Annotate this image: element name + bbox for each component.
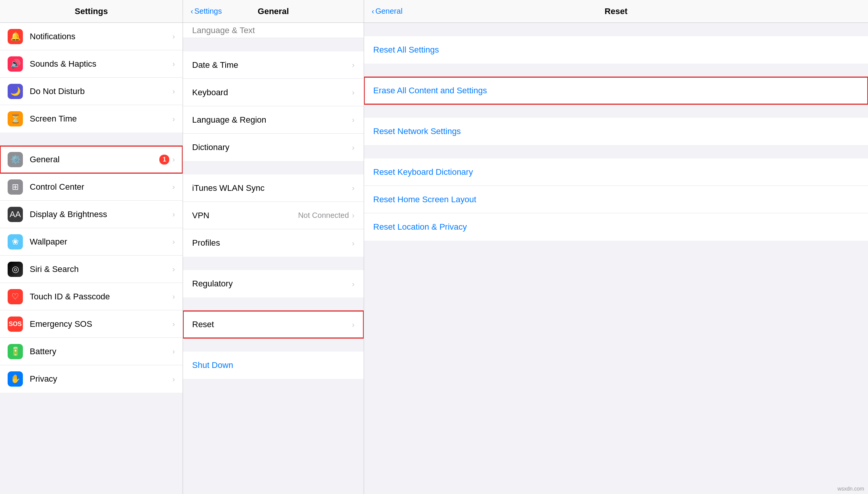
- erase-all-label: Erase All Content and Settings: [373, 86, 487, 96]
- sounds-icon: 🔊: [8, 56, 23, 72]
- settings-row-do-not-disturb[interactable]: 🌙Do Not Disturb›: [0, 78, 183, 105]
- privacy-icon: ✋: [8, 371, 23, 387]
- settings-header: Settings: [0, 0, 183, 23]
- reset-row-reset-keyboard[interactable]: Reset Keyboard Dictionary: [364, 158, 868, 186]
- general-row-language-region[interactable]: Language & Region›: [183, 106, 364, 134]
- notifications-label: Notifications: [30, 32, 172, 42]
- partial-item: Language & Text: [183, 23, 364, 38]
- chevron-right-icon: ›: [172, 59, 175, 68]
- reset-row-reset-network[interactable]: Reset Network Settings: [364, 118, 868, 145]
- general-row-keyboard[interactable]: Keyboard›: [183, 79, 364, 106]
- regulatory-label: Regulatory: [192, 279, 352, 289]
- reset-title: Reset: [605, 6, 627, 16]
- chevron-right-icon: ›: [172, 155, 175, 164]
- reset-row-reset-home-screen[interactable]: Reset Home Screen Layout: [364, 186, 868, 213]
- reset-keyboard-label: Reset Keyboard Dictionary: [373, 167, 473, 177]
- shut-down-label: Shut Down: [192, 360, 233, 370]
- reset-all-settings-label: Reset All Settings: [373, 45, 439, 55]
- reset-location-privacy-label: Reset Location & Privacy: [373, 222, 467, 232]
- touch-id-icon: ♡: [8, 289, 23, 304]
- settings-row-emergency-sos[interactable]: SOSEmergency SOS›: [0, 310, 183, 338]
- chevron-right-icon: ›: [172, 115, 175, 123]
- watermark: wsxdn.com: [838, 486, 864, 492]
- settings-column: Settings 🔔Notifications›🔊Sounds & Haptic…: [0, 0, 183, 494]
- chevron-right-icon: ›: [172, 375, 175, 384]
- general-row-itunes-sync[interactable]: iTunes WLAN Sync›: [183, 174, 364, 202]
- chevron-right-icon: ›: [172, 292, 175, 301]
- chevron-right-icon: ›: [352, 211, 355, 220]
- settings-row-siri-search[interactable]: ◎Siri & Search›: [0, 256, 183, 283]
- do-not-disturb-icon: 🌙: [8, 84, 23, 99]
- chevron-right-icon: ›: [172, 32, 175, 41]
- settings-back-button[interactable]: ‹ Settings: [191, 7, 222, 16]
- chevron-right-icon: ›: [172, 320, 175, 328]
- chevron-right-icon: ›: [352, 143, 355, 152]
- notifications-icon: 🔔: [8, 29, 23, 44]
- vpn-label: VPN: [192, 211, 298, 221]
- control-center-icon: ⊞: [8, 179, 23, 195]
- settings-row-touch-id[interactable]: ♡Touch ID & Passcode›: [0, 283, 183, 310]
- keyboard-label: Keyboard: [192, 88, 352, 98]
- general-back-button[interactable]: ‹ General: [372, 7, 403, 16]
- general-row-date-time[interactable]: Date & Time›: [183, 51, 364, 79]
- chevron-right-icon: ›: [172, 182, 175, 191]
- settings-row-sounds[interactable]: 🔊Sounds & Haptics›: [0, 50, 183, 78]
- privacy-label: Privacy: [30, 374, 172, 384]
- general-row-reset[interactable]: Reset›: [183, 311, 364, 338]
- language-region-label: Language & Region: [192, 115, 352, 125]
- date-time-label: Date & Time: [192, 60, 352, 70]
- settings-row-battery[interactable]: 🔋Battery›: [0, 338, 183, 365]
- siri-search-icon: ◎: [8, 262, 23, 277]
- settings-list: 🔔Notifications›🔊Sounds & Haptics›🌙Do Not…: [0, 23, 183, 494]
- display-brightness-icon: AA: [8, 207, 23, 222]
- reset-label: Reset: [192, 320, 352, 329]
- screen-time-icon: ⏳: [8, 111, 23, 126]
- partial-text: Language & Text: [192, 26, 255, 35]
- general-row-profiles[interactable]: Profiles›: [183, 229, 364, 257]
- back-chevron-icon: ‹: [372, 7, 374, 16]
- general-list: Language & Text Date & Time›Keyboard›Lan…: [183, 23, 364, 494]
- wallpaper-label: Wallpaper: [30, 237, 172, 247]
- settings-row-display-brightness[interactable]: AADisplay & Brightness›: [0, 201, 183, 228]
- general-row-dictionary[interactable]: Dictionary›: [183, 134, 364, 161]
- general-row-vpn[interactable]: VPNNot Connected›: [183, 202, 364, 229]
- battery-icon: 🔋: [8, 344, 23, 359]
- chevron-right-icon: ›: [352, 88, 355, 97]
- general-column: ‹ Settings General Language & Text Date …: [183, 0, 364, 494]
- chevron-right-icon: ›: [352, 280, 355, 288]
- settings-row-screen-time[interactable]: ⏳Screen Time›: [0, 105, 183, 133]
- sounds-label: Sounds & Haptics: [30, 59, 172, 69]
- dictionary-label: Dictionary: [192, 142, 352, 152]
- chevron-right-icon: ›: [172, 347, 175, 356]
- shut-down-row[interactable]: Shut Down: [183, 352, 364, 379]
- settings-row-privacy[interactable]: ✋Privacy›: [0, 365, 183, 393]
- general-row-regulatory[interactable]: Regulatory›: [183, 270, 364, 297]
- siri-search-label: Siri & Search: [30, 264, 172, 274]
- settings-row-notifications[interactable]: 🔔Notifications›: [0, 23, 183, 50]
- itunes-sync-label: iTunes WLAN Sync: [192, 183, 352, 193]
- chevron-right-icon: ›: [172, 237, 175, 246]
- touch-id-label: Touch ID & Passcode: [30, 292, 172, 302]
- emergency-sos-label: Emergency SOS: [30, 319, 172, 329]
- general-label: General: [30, 155, 159, 165]
- wallpaper-icon: ❀: [8, 234, 23, 249]
- chevron-right-icon: ›: [352, 320, 355, 329]
- back-label: Settings: [194, 7, 222, 16]
- settings-row-wallpaper[interactable]: ❀Wallpaper›: [0, 228, 183, 256]
- vpn-value: Not Connected: [298, 211, 349, 220]
- chevron-right-icon: ›: [172, 265, 175, 273]
- reset-row-erase-all[interactable]: Erase All Content and Settings: [364, 77, 868, 104]
- chevron-right-icon: ›: [352, 184, 355, 192]
- settings-row-control-center[interactable]: ⊞Control Center›: [0, 173, 183, 201]
- settings-row-general[interactable]: ⚙️General1›: [0, 146, 183, 173]
- reset-row-reset-location-privacy[interactable]: Reset Location & Privacy: [364, 213, 868, 241]
- reset-row-reset-all-settings[interactable]: Reset All Settings: [364, 36, 868, 64]
- screen-time-label: Screen Time: [30, 114, 172, 124]
- general-badge: 1: [159, 155, 169, 165]
- profiles-label: Profiles: [192, 238, 352, 248]
- reset-list: Reset All SettingsErase All Content and …: [364, 23, 868, 494]
- reset-header: ‹ General Reset: [364, 0, 868, 23]
- back-chevron-icon: ‹: [191, 7, 193, 16]
- chevron-right-icon: ›: [352, 61, 355, 69]
- chevron-right-icon: ›: [172, 210, 175, 219]
